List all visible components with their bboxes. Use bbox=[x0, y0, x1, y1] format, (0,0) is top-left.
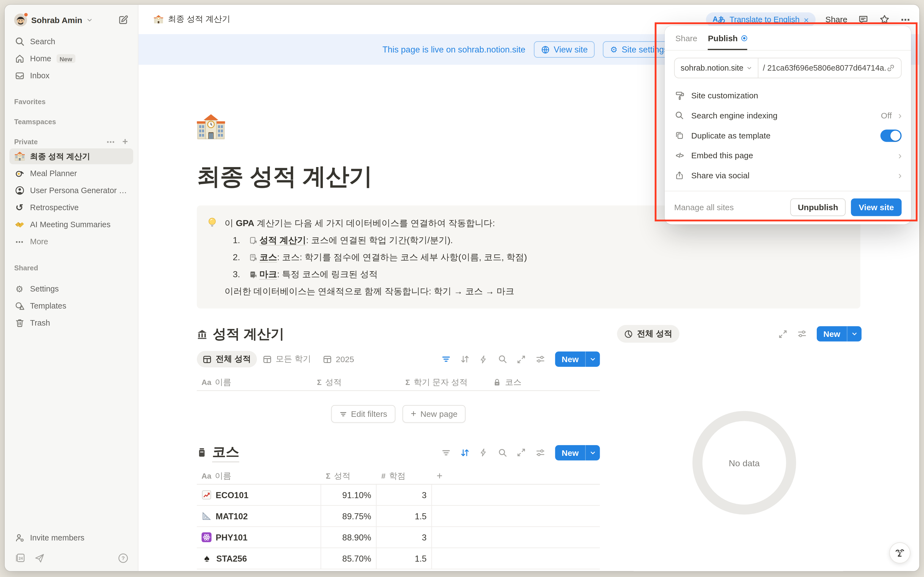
expand-icon[interactable] bbox=[778, 329, 788, 339]
column-courses[interactable]: 코스 bbox=[488, 374, 600, 390]
grades-views-row: 전체 성적 모든 학기 2025 bbox=[197, 350, 600, 369]
menu-embed-this-page[interactable]: </> Embed this page › bbox=[665, 145, 911, 165]
search-icon[interactable] bbox=[498, 448, 507, 458]
table-row-phy101[interactable]: PHY101 88.90% 3 bbox=[197, 527, 600, 548]
menu-site-customization[interactable]: Site customization bbox=[665, 85, 911, 105]
expand-icon[interactable] bbox=[517, 448, 527, 458]
notion-calendar-icon[interactable]: 24 bbox=[14, 552, 25, 564]
private-more-icon[interactable]: ⋯ bbox=[107, 137, 115, 147]
duplicate-icon bbox=[674, 130, 685, 141]
spade-icon: ♠ bbox=[202, 553, 212, 563]
add-property-button[interactable]: + bbox=[432, 468, 600, 484]
duplicate-template-toggle[interactable] bbox=[880, 129, 901, 142]
chart-title-pill[interactable]: 전체 성적 bbox=[617, 325, 680, 343]
invite-members-button[interactable]: Invite members bbox=[9, 530, 133, 546]
breadcrumb[interactable]: 최종 성적 계산기 bbox=[154, 14, 230, 25]
column-term-letter-grade[interactable]: Σ학기 문자 성적 bbox=[401, 374, 488, 390]
page-emoji-school[interactable] bbox=[197, 113, 225, 141]
lightbulb-icon bbox=[206, 217, 218, 300]
code-icon: </> bbox=[674, 150, 685, 161]
column-grade[interactable]: Σ성적 bbox=[321, 468, 376, 484]
translate-banner[interactable]: Aあ Translate to English × bbox=[706, 12, 816, 27]
favorite-star-icon[interactable] bbox=[879, 14, 890, 25]
view-tab-2025[interactable]: 2025 bbox=[317, 351, 360, 367]
filter-icon[interactable] bbox=[441, 354, 451, 364]
expand-icon[interactable] bbox=[517, 354, 527, 364]
triangular-ruler-icon bbox=[202, 511, 212, 521]
tab-share[interactable]: Share bbox=[675, 34, 698, 50]
copy-link-icon[interactable] bbox=[886, 63, 901, 72]
column-name[interactable]: Aa이름 bbox=[197, 468, 321, 484]
sidebar-item-search[interactable]: Search bbox=[9, 34, 133, 50]
view-tab-all-grades[interactable]: 전체 성적 bbox=[197, 351, 257, 367]
new-page-button[interactable]: + New page bbox=[402, 405, 466, 422]
view-tab-all-terms[interactable]: 모든 학기 bbox=[257, 351, 317, 367]
sort-icon[interactable] bbox=[460, 448, 470, 458]
chevron-right-icon: › bbox=[898, 110, 901, 120]
column-grade[interactable]: Σ성적 bbox=[312, 374, 401, 390]
menu-search-engine-indexing[interactable]: Search engine indexing Off › bbox=[665, 105, 911, 126]
school-icon bbox=[14, 151, 25, 162]
more-options-icon[interactable]: ⋯ bbox=[900, 14, 911, 25]
mention-grades-db[interactable]: 성적 계산기 bbox=[259, 235, 306, 246]
automation-bolt-icon[interactable] bbox=[478, 354, 488, 364]
help-icon[interactable]: ? bbox=[118, 553, 129, 563]
close-icon[interactable]: × bbox=[804, 15, 809, 24]
page-path-input[interactable]: / 21ca63f696e5806e8077d64714a... bbox=[758, 63, 886, 72]
comments-icon[interactable] bbox=[858, 14, 869, 25]
sidebar-item-trash[interactable]: Trash bbox=[9, 315, 133, 331]
new-dropdown-chevron[interactable] bbox=[585, 351, 600, 367]
table-row-sta256[interactable]: ♠ STA256 85.70% 1.5 bbox=[197, 548, 600, 569]
menu-share-via-social[interactable]: Share via social › bbox=[665, 165, 911, 185]
automation-bolt-icon[interactable] bbox=[478, 448, 488, 458]
sidebar-page-meal-planner[interactable]: Meal Planner bbox=[9, 165, 133, 181]
sort-icon[interactable] bbox=[460, 354, 470, 364]
view-settings-icon[interactable] bbox=[535, 448, 545, 458]
paper-plane-icon[interactable] bbox=[34, 553, 45, 563]
workspace-switcher[interactable]: Sohrab Amin bbox=[9, 11, 133, 30]
filter-icon[interactable] bbox=[441, 448, 451, 458]
view-site-button[interactable]: View site bbox=[851, 198, 902, 216]
column-credits[interactable]: #학점 bbox=[376, 468, 432, 484]
table-row-mat102[interactable]: MAT102 89.75% 1.5 bbox=[197, 506, 600, 527]
private-add-icon[interactable]: + bbox=[123, 137, 128, 147]
column-name[interactable]: Aa이름 bbox=[197, 374, 312, 390]
sidebar-page-user-persona[interactable]: User Persona Generator wit... bbox=[9, 182, 133, 198]
sidebar-item-settings[interactable]: ⚙ Settings bbox=[9, 281, 133, 297]
credits-cell: 3 bbox=[376, 527, 432, 548]
table-row-eco101[interactable]: ECO101 91.10% 3 bbox=[197, 485, 600, 506]
sidebar-page-retrospective[interactable]: ↺ Retrospective bbox=[9, 200, 133, 215]
mention-courses-db[interactable]: 코스 bbox=[259, 252, 277, 263]
sidebar-item-inbox[interactable]: Inbox bbox=[9, 68, 133, 84]
mention-marks-db[interactable]: 마크 bbox=[259, 269, 277, 280]
chart-new-button[interactable]: New bbox=[817, 326, 861, 342]
menu-duplicate-as-template[interactable]: Duplicate as template bbox=[665, 125, 911, 145]
compose-icon[interactable] bbox=[118, 15, 129, 26]
manage-all-sites-link[interactable]: Manage all sites bbox=[674, 203, 734, 212]
view-settings-icon[interactable] bbox=[535, 354, 545, 364]
sidebar-item-more[interactable]: ⋯ More bbox=[9, 234, 133, 250]
linked-db-icon: A+ bbox=[249, 271, 257, 279]
sidebar-page-ai-meeting-summaries[interactable]: AI Meeting Summaries bbox=[9, 217, 133, 233]
new-dropdown-chevron[interactable] bbox=[847, 326, 862, 342]
frying-pan-icon bbox=[14, 168, 25, 179]
sidebar-item-home[interactable]: Home New bbox=[9, 50, 133, 66]
courses-db-title: 코스 New bbox=[197, 443, 600, 462]
unpublish-button[interactable]: Unpublish bbox=[790, 198, 846, 216]
banner-message: This page is live on sohrab.notion.site bbox=[383, 45, 525, 54]
sidebar-item-templates[interactable]: Templates bbox=[9, 298, 133, 314]
new-dropdown-chevron[interactable] bbox=[585, 445, 600, 460]
grades-table-header: Aa이름 Σ성적 Σ학기 문자 성적 코스 bbox=[197, 374, 600, 391]
view-settings-icon[interactable] bbox=[797, 329, 807, 339]
share-button[interactable]: Share bbox=[825, 15, 847, 24]
ellipsis-icon: ⋯ bbox=[14, 236, 25, 247]
courses-new-button[interactable]: New bbox=[555, 445, 600, 460]
domain-select[interactable]: sohrab.notion.site bbox=[675, 58, 758, 78]
sidebar-page-grade-calculator[interactable]: 최종 성적 계산기 bbox=[9, 148, 133, 164]
search-icon[interactable] bbox=[498, 354, 507, 364]
notion-ai-button[interactable] bbox=[890, 543, 910, 563]
tab-publish[interactable]: Publish bbox=[708, 34, 747, 50]
edit-filters-button[interactable]: Edit filters bbox=[331, 405, 396, 422]
grades-new-button[interactable]: New bbox=[555, 351, 600, 367]
banner-view-site-button[interactable]: View site bbox=[534, 41, 595, 58]
